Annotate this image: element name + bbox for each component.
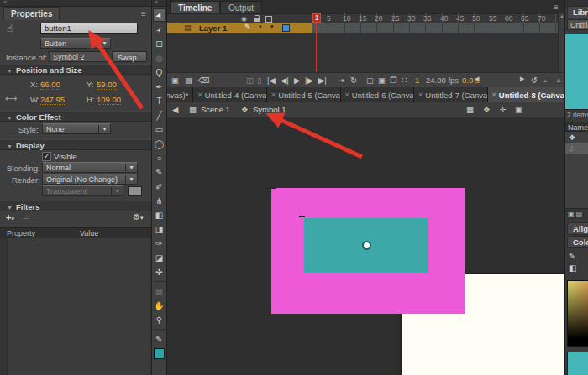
document-tab-untitled-7[interactable]: × Untitled-7 (Canvas)* (414, 87, 488, 102)
edit-scene-button[interactable]: ▦ (466, 105, 474, 114)
subselection-tool[interactable]: ➢ (153, 23, 166, 36)
pen-tool[interactable]: ✒ (153, 80, 166, 93)
width-tool[interactable]: ✣ (153, 265, 166, 279)
panel-menu-icon[interactable]: ≡ (554, 3, 559, 12)
current-fill-color-swatch[interactable] (567, 352, 588, 375)
document-tab-untitled-6[interactable]: × Untitled-6 (Canvas)* (341, 87, 415, 102)
swap-button[interactable]: Swap... (112, 51, 147, 62)
brush-tool[interactable]: ✐ (153, 180, 166, 193)
line-tool[interactable]: ╱ (153, 108, 166, 122)
new-symbol-icon[interactable]: ▣ (568, 211, 575, 218)
section-position-size[interactable]: ▼Position and Size (0, 64, 151, 75)
selection-tool[interactable]: ➤ (153, 8, 166, 22)
free-transform-tool[interactable]: ⊡ (153, 37, 166, 50)
panel-menu-icon[interactable]: ≡ (141, 9, 146, 18)
close-icon[interactable]: × (418, 91, 423, 99)
scroll-left-icon[interactable]: ◀ (475, 76, 479, 82)
properties-collapse-bar[interactable]: « (0, 0, 151, 7)
close-icon[interactable]: × (271, 91, 276, 99)
filter-options-gear-icon[interactable]: ⚙▾ (133, 212, 143, 221)
symbol-type-dropdown[interactable]: Button ▾ (40, 38, 111, 49)
fill-color-icon[interactable]: ◧ (569, 263, 576, 273)
tab-color[interactable]: Color (567, 236, 588, 248)
zoom-tool[interactable]: ⚲ (153, 313, 166, 326)
show-hide-all-layers-icon[interactable]: ◉ (240, 15, 248, 23)
library-item-symbol1[interactable]: ❖ (565, 133, 588, 143)
tab-output[interactable]: Output (220, 1, 262, 13)
section-color-effect[interactable]: ▼Color Effect (0, 111, 151, 122)
visible-checkbox[interactable]: ✓ (42, 152, 51, 161)
text-tool[interactable]: T (153, 94, 166, 107)
layer-outline-color-swatch[interactable] (282, 24, 290, 32)
stroke-color-icon[interactable]: ✎ (569, 252, 575, 261)
color-gradient-picker[interactable] (567, 280, 588, 347)
step-forward-button[interactable]: |▶ (305, 76, 313, 85)
reset-timeline-zoom-button[interactable]: ↺ (531, 76, 538, 85)
center-frame-icon[interactable]: ▯ (257, 76, 261, 85)
eyedropper-tool[interactable]: ✑ (153, 237, 166, 250)
3d-rotation-tool[interactable]: ◍ (153, 51, 166, 65)
style-dropdown[interactable]: None ▾ (42, 123, 111, 134)
onion-marker-icon[interactable]: ◫ (246, 76, 254, 85)
edit-symbol-button[interactable]: ❖ (483, 105, 491, 114)
add-filter-icon[interactable]: +▾ (6, 212, 14, 222)
library-item-symbol2[interactable]: ☝ (565, 143, 588, 154)
tab-timeline[interactable]: Timeline (170, 1, 220, 13)
library-name-column-header[interactable]: Name (565, 122, 588, 132)
x-value[interactable]: 66.00 (40, 80, 60, 90)
blending-dropdown[interactable]: Normal ▾ (42, 162, 138, 173)
h-value[interactable]: 109.00 (97, 95, 121, 105)
close-icon[interactable]: × (492, 91, 496, 99)
new-folder-icon[interactable]: ▤ (576, 211, 583, 218)
new-folder-button[interactable]: ▤ (185, 76, 192, 85)
step-back-button[interactable]: ◀| (281, 76, 289, 85)
hand-tool[interactable]: ✋ (153, 299, 166, 312)
breadcrumb-scene[interactable]: Scene 1 (201, 105, 230, 114)
polystar-tool[interactable]: ○ (153, 151, 166, 164)
tab-align[interactable]: Align (567, 222, 588, 235)
document-tab[interactable]: × (Canvas)* (167, 87, 193, 102)
modify-markers-button[interactable]: ∷ (402, 76, 407, 85)
w-value[interactable]: 247.95 (40, 95, 65, 105)
play-button[interactable]: ▶ (294, 76, 300, 85)
playhead-line[interactable] (316, 23, 317, 72)
go-to-last-frame-button[interactable]: ▶| (318, 76, 327, 85)
close-icon[interactable]: × (345, 91, 349, 99)
go-to-first-frame-button[interactable]: |◀ (267, 76, 276, 85)
scroll-right-icon[interactable]: ▶ (520, 76, 524, 82)
section-filters[interactable]: ▼Filters (0, 201, 151, 211)
delete-layer-button[interactable]: ⌫ (198, 76, 209, 85)
close-icon[interactable]: × (197, 91, 202, 99)
lasso-tool[interactable]: Ϙ (153, 65, 166, 79)
frame-rate-value[interactable]: 24.00 fps (426, 76, 459, 85)
render-dropdown[interactable]: Original (No Change) ▾ (42, 174, 138, 185)
layer-visibility-dot[interactable]: • (259, 22, 262, 31)
stroke-color-button[interactable]: ✎ (153, 332, 166, 346)
loop-playback-button[interactable]: ↻ (350, 76, 357, 85)
document-tab-untitled-4[interactable]: × Untitled-4 (Canvas)* (193, 87, 267, 102)
rectangle-tool[interactable]: ▭ (153, 122, 166, 136)
instance-name-input[interactable] (40, 23, 138, 34)
new-layer-button[interactable]: ▣ (171, 76, 179, 85)
timeline-zoom-out-icon[interactable]: ▲ (543, 78, 548, 83)
document-tab-untitled-5[interactable]: × Untitled-5 (Canvas)* (267, 87, 341, 102)
loop-range-button[interactable]: ⇥ (338, 76, 344, 85)
tab-properties[interactable]: Properties (3, 7, 60, 20)
bone-tool[interactable]: ⋔ (153, 194, 166, 207)
paint-bucket-tool[interactable]: ◧ (153, 208, 166, 221)
camera-tool[interactable]: ▦ (153, 284, 166, 298)
layer-lock-dot[interactable]: • (270, 22, 274, 31)
section-display[interactable]: ▼Display (0, 139, 151, 150)
ink-bottle-tool[interactable]: ◨ (153, 222, 166, 236)
onion-skin-outlines-button[interactable]: ▣ (378, 76, 386, 85)
eraser-tool[interactable]: ◪ (153, 251, 166, 264)
transformation-point-marker[interactable] (362, 241, 371, 250)
tab-library[interactable]: Library (567, 6, 588, 18)
breadcrumb-symbol[interactable]: Symbol 1 (253, 105, 286, 114)
y-value[interactable]: 59.00 (97, 80, 117, 90)
clip-content-button[interactable]: ▣ (515, 105, 522, 114)
onion-skin-button[interactable]: ▢ (366, 76, 374, 85)
tools-collapse-bar[interactable]: « (152, 0, 166, 7)
timeline-frame-ruler[interactable]: 5 10 15 20 25 30 35 40 45 50 55 60 65 70 (312, 13, 561, 23)
edit-multiple-frames-button[interactable]: ❐ (390, 76, 397, 85)
